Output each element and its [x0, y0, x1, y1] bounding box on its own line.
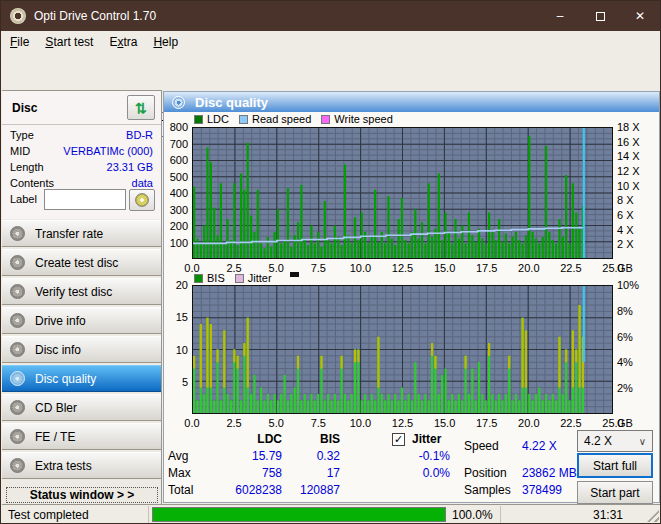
y-axis-tick: 6%: [617, 331, 633, 343]
sidebar-item-label: Create test disc: [35, 256, 118, 270]
col-header-jitter: Jitter: [412, 432, 441, 446]
y-axis-tick: 5: [182, 376, 188, 388]
app-disc-icon: [10, 8, 26, 24]
sidebar-item-disc-info[interactable]: Disc info: [2, 336, 161, 363]
x-axis-tick: 2.5: [226, 417, 241, 429]
y-axis-tick: 8 X: [617, 194, 634, 206]
resize-grip[interactable]: [647, 510, 659, 522]
total-bis: 120887: [300, 483, 340, 497]
bis-chart-plot: [192, 285, 613, 414]
label-disc-button[interactable]: [129, 189, 155, 211]
maximize-icon: [596, 12, 605, 21]
row-label-avg: Avg: [168, 449, 188, 463]
x-axis-tick: 22.5: [560, 417, 581, 429]
label-row: Label: [2, 189, 161, 213]
test-speed-select[interactable]: 4.2 X ∨: [577, 430, 653, 452]
sidebar-item-label: Extra tests: [35, 459, 92, 473]
jitter-checkbox[interactable]: ✓: [392, 433, 405, 446]
label-input[interactable]: [44, 189, 126, 210]
start-full-button[interactable]: Start full: [577, 453, 653, 478]
y-axis-tick: 200: [170, 220, 188, 232]
y-axis-tick: 15: [176, 311, 188, 323]
sidebar-item-transfer-rate[interactable]: Transfer rate: [2, 220, 161, 247]
menu-item-help[interactable]: Help: [145, 32, 186, 52]
ldc-chart-plot: [192, 127, 613, 259]
sidebar-item-create-test-disc[interactable]: Create test disc: [2, 249, 161, 276]
disc-icon: [10, 226, 25, 241]
disc-field-value: 23.31 GB: [107, 161, 153, 173]
start-part-button[interactable]: Start part: [577, 481, 653, 504]
max-bis: 17: [327, 466, 340, 480]
disc-quality-panel: Disc quality LDCRead speedWrite speed BI…: [163, 91, 660, 503]
y-axis-tick: 400: [170, 187, 188, 199]
disc-panel-title: Disc: [12, 101, 37, 115]
row-label-total: Total: [168, 483, 193, 497]
legend-label: Read speed: [252, 113, 311, 125]
speed-stat-label: Speed: [464, 439, 499, 453]
x-axis-tick: 7.5: [311, 417, 326, 429]
y-axis-tick: 8%: [617, 305, 633, 317]
max-jitter: 0.0%: [423, 466, 450, 480]
title-bar: Opti Drive Control 1.70 – ✕: [1, 1, 660, 31]
statusbar-separator: [148, 506, 149, 524]
disc-field-value: VERBATIMc (000): [63, 145, 153, 157]
sidebar-item-label: Disc info: [35, 343, 81, 357]
x-axis-tick: 20.0: [518, 417, 539, 429]
disc-panel-header: Disc ⇄: [2, 91, 161, 125]
legend-swatch-jitter: [235, 274, 244, 283]
sidebar: Disc ⇄ TypeBD-RMIDVERBATIMc (000)Length2…: [2, 90, 162, 504]
y-axis-tick: 10: [176, 344, 188, 356]
y-axis-tick: 4 X: [617, 224, 634, 236]
disc-icon: [172, 96, 185, 109]
minimize-button[interactable]: –: [540, 1, 580, 31]
position-stat-label: Position: [464, 466, 507, 480]
y-axis-tick: 16 X: [617, 136, 640, 148]
x-axis-tick: 5.0: [269, 262, 284, 274]
sidebar-item-cd-bler[interactable]: CD Bler: [2, 394, 161, 421]
sidebar-item-drive-info[interactable]: Drive info: [2, 307, 161, 334]
maximize-button[interactable]: [580, 1, 620, 31]
sidebar-item-label: FE / TE: [35, 430, 75, 444]
status-window-button[interactable]: Status window > >: [6, 487, 158, 503]
max-ldc: 758: [262, 466, 282, 480]
elapsed-time: 31:31: [593, 508, 623, 522]
sidebar-item-label: Transfer rate: [35, 227, 103, 241]
bis-chart: [193, 286, 612, 413]
top-chart-legend: LDCRead speedWrite speed: [194, 113, 403, 125]
sidebar-item-disc-quality[interactable]: Disc quality: [2, 365, 161, 392]
y-axis-tick: 2%: [617, 382, 633, 394]
disc-field-label: Type: [10, 129, 34, 141]
disc-field-mid: MIDVERBATIMc (000): [2, 145, 161, 161]
disc-icon: [10, 371, 25, 386]
x-axis-unit: GB: [617, 262, 633, 274]
y-axis-tick: 18 X: [617, 121, 640, 133]
window-title: Opti Drive Control 1.70: [34, 9, 156, 23]
y-axis-tick: 10%: [617, 279, 639, 291]
disc-icon: [135, 193, 149, 207]
legend-marker: [290, 272, 299, 277]
sidebar-item-verify-test-disc[interactable]: Verify test disc: [2, 278, 161, 305]
x-axis-tick: 12.5: [392, 262, 413, 274]
x-axis-tick: 10.0: [350, 262, 371, 274]
legend-label: Write speed: [334, 113, 393, 125]
legend-swatch-read-speed: [239, 115, 248, 124]
sidebar-item-label: Disc quality: [35, 372, 96, 386]
x-axis-tick: 10.0: [350, 417, 371, 429]
menu-item-file[interactable]: File: [2, 32, 37, 52]
disc-info-panel: Disc ⇄ TypeBD-RMIDVERBATIMc (000)Length2…: [2, 91, 161, 219]
x-axis-tick: 15.0: [434, 417, 455, 429]
status-bar: Test completed 100.0% 31:31: [2, 504, 661, 524]
y-axis-tick: 6 X: [617, 209, 634, 221]
x-axis-tick: 5.0: [269, 417, 284, 429]
sidebar-item-fe-te[interactable]: FE / TE: [2, 423, 161, 450]
disc-refresh-button[interactable]: ⇄: [127, 95, 155, 120]
y-axis-tick: 10 X: [617, 180, 640, 192]
menu-item-start-test[interactable]: Start test: [37, 32, 101, 52]
panel-title: Disc quality: [195, 95, 268, 110]
col-header-ldc: LDC: [257, 432, 282, 446]
y-axis-tick: 4%: [617, 356, 633, 368]
sidebar-item-extra-tests[interactable]: Extra tests: [2, 452, 161, 479]
disc-icon: [10, 458, 25, 473]
close-button[interactable]: ✕: [620, 1, 660, 31]
menu-item-extra[interactable]: Extra: [101, 32, 145, 52]
